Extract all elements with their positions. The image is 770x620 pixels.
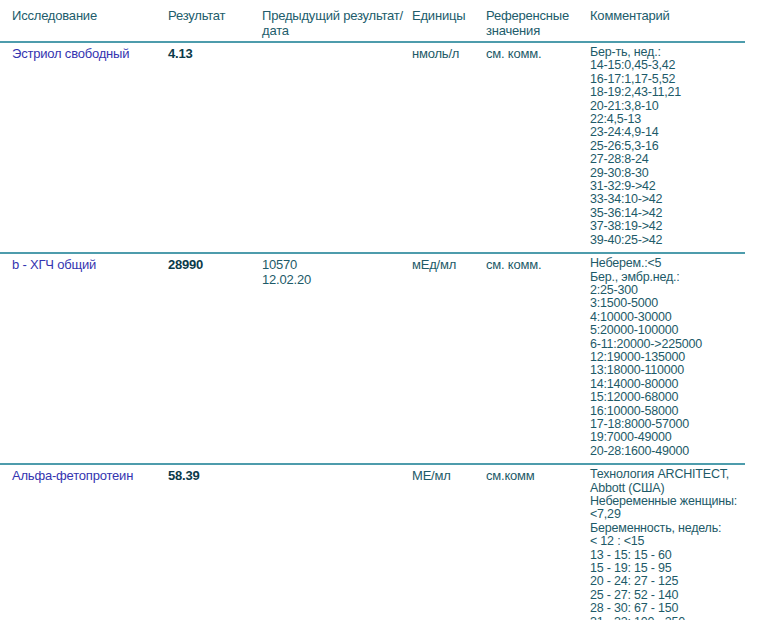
comment-text: Технология ARCHITECT, Abbott (США) Небер… bbox=[590, 468, 745, 620]
reference-value: см. комм. bbox=[486, 46, 590, 61]
col-header-units: Единицы bbox=[412, 8, 486, 23]
result-value: 58.39 bbox=[168, 468, 262, 483]
col-header-previous: Предыдущий результат/дата bbox=[262, 8, 412, 38]
table-row-afp: Альфа-фетопротеин 58.39 МЕ/мл см.комм Те… bbox=[0, 467, 770, 620]
result-value: 4.13 bbox=[168, 46, 262, 61]
test-name-link[interactable]: b - ХГЧ общий bbox=[12, 257, 168, 272]
test-name-link[interactable]: Альфа-фетопротеин bbox=[12, 468, 168, 483]
comment-text: Бер-ть, нед.: 14-15:0,45-3,42 16-17:1,17… bbox=[590, 46, 745, 247]
test-name-link[interactable]: Эстриол свободный bbox=[12, 46, 168, 61]
row-separator bbox=[0, 252, 745, 254]
row-separator bbox=[0, 463, 745, 465]
previous-result: 10570 12.02.20 bbox=[262, 257, 412, 287]
reference-value: см.комм bbox=[486, 468, 590, 483]
result-value: 28990 bbox=[168, 257, 262, 272]
table-header: Исследование Результат Предыдущий резуль… bbox=[0, 8, 770, 38]
col-header-reference: Референсные значения bbox=[486, 8, 590, 38]
col-header-result: Результат bbox=[168, 8, 262, 23]
reference-value: см. комм. bbox=[486, 257, 590, 272]
comment-text: Неберем.:<5 Бер., эмбр.нед.: 2:25-300 3:… bbox=[590, 257, 745, 458]
col-header-test: Исследование bbox=[12, 8, 168, 23]
units-value: нмоль/л bbox=[412, 46, 486, 61]
units-value: мЕд/мл bbox=[412, 257, 486, 272]
units-value: МЕ/мл bbox=[412, 468, 486, 483]
row-separator bbox=[0, 41, 745, 43]
col-header-comment: Комментарий bbox=[590, 8, 745, 23]
table-row-estriol: Эстриол свободный 4.13 нмоль/л см. комм.… bbox=[0, 45, 770, 249]
table-row-hcg: b - ХГЧ общий 28990 10570 12.02.20 мЕд/м… bbox=[0, 256, 770, 460]
lab-results-report: Исследование Результат Предыдущий резуль… bbox=[0, 0, 770, 620]
